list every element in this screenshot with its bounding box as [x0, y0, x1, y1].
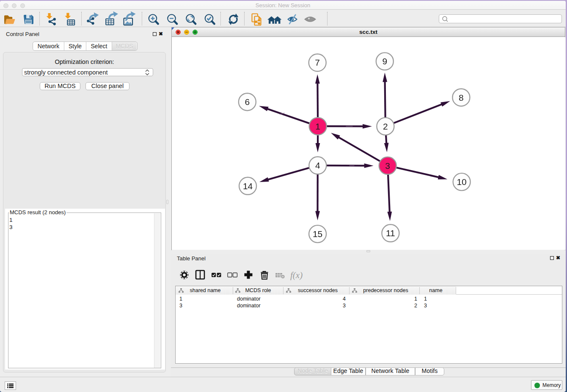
svg-text:2: 2 [383, 121, 388, 131]
svg-text:10: 10 [457, 177, 466, 187]
svg-text:15: 15 [313, 229, 322, 239]
svg-text:9: 9 [382, 56, 387, 66]
svg-text:f(x): f(x) [290, 270, 303, 280]
svg-text:4: 4 [315, 160, 320, 170]
svg-text:7: 7 [315, 58, 320, 67]
svg-text:11: 11 [386, 228, 395, 238]
svg-text:14: 14 [243, 181, 253, 191]
svg-text:6: 6 [245, 97, 250, 107]
svg-text:8: 8 [459, 93, 464, 102]
svg-text:1: 1 [315, 121, 320, 131]
svg-text:3: 3 [385, 161, 390, 171]
